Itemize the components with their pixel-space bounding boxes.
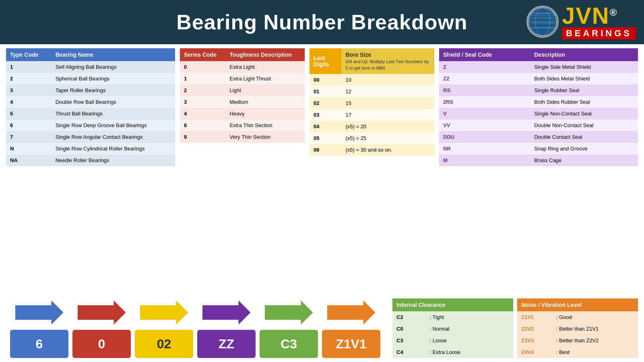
- series-code-table: Series Code Toughness Description 0Extra…: [180, 48, 305, 143]
- clearance-code-cell: C3: [392, 335, 425, 346]
- type-code-col-header: Type Code: [6, 48, 52, 61]
- table-row: DDUDouble Contact Seal: [439, 131, 638, 143]
- clearance-noise-row: Internal Clearance C2: TightC0: NormalC3…: [392, 298, 638, 358]
- table-row: NANeedle Roller Bearings: [6, 154, 175, 166]
- noise-vibration-section: Noise / Vibration Level Z1V1: GoodZ2V2: …: [517, 298, 638, 358]
- series-code-cell: 3: [180, 96, 226, 108]
- noise-code-cell: Z2V2: [517, 323, 552, 335]
- table-row: 05(x5) = 25: [310, 132, 434, 144]
- table-row: NRSnap Ring and Groove: [439, 143, 638, 154]
- table-row: Z4V4: Best: [517, 346, 638, 358]
- box-series-code-value: 0: [98, 337, 105, 352]
- shield-seal-section: Shield / Seal Code Description ZSingle S…: [439, 48, 638, 292]
- table-row: Z2V2: Better than Z1V1: [517, 323, 638, 335]
- noise-desc-cell: : Better than Z1V1: [552, 323, 638, 335]
- type-code-cell: 2: [6, 73, 52, 84]
- table-row: MBrass Cage: [439, 154, 638, 166]
- table-row: ZSingle Side Metal Shield: [439, 61, 638, 73]
- series-code-col-header: Series Code: [180, 48, 226, 61]
- table-row: 2RSBoth Sides Rubber Seal: [439, 96, 638, 108]
- toughness-cell: Extra Light Thrust: [226, 73, 305, 84]
- logo-jvn-text: JVN®: [562, 4, 618, 27]
- toughness-cell: Heavy: [226, 108, 305, 119]
- noise-vibration-header: Noise / Vibration Level: [517, 298, 638, 311]
- shield-code-cell: M: [439, 154, 530, 166]
- shield-code-cell: ZZ: [439, 73, 530, 84]
- arrows-boxes-area: 6 0 02 ZZ C3 Z1V1: [6, 298, 392, 358]
- header: Bearing Number Breakdown JVN® BEARINGS: [0, 0, 644, 44]
- main-content: Type Code Bearing Name 1Self Aligning Ba…: [0, 44, 644, 296]
- bottom-section: 6 0 02 ZZ C3 Z1V1: [0, 296, 644, 362]
- toughness-cell: Extra Light: [226, 61, 305, 73]
- arrows-row: [6, 298, 392, 327]
- table-row: C4: Extra Loose: [392, 346, 513, 358]
- table-row: ZZBoth Sides Metal Shield: [439, 73, 638, 84]
- right-bottom-tables: Internal Clearance C2: TightC0: NormalC3…: [392, 298, 638, 358]
- bearing-name-cell: Double Row Ball Bearings: [52, 96, 175, 108]
- type-code-cell: 5: [6, 108, 52, 119]
- internal-clearance-section: Internal Clearance C2: TightC0: NormalC3…: [392, 298, 513, 358]
- shield-desc-cell: Double Non-Contact Seal: [530, 119, 638, 131]
- table-row: 8Extra Thin Section: [180, 119, 305, 131]
- table-row: 0010: [310, 74, 434, 86]
- bearing-name-cell: Needle Roller Bearings: [52, 154, 175, 166]
- description-col-header: Description: [530, 48, 638, 61]
- clearance-code-cell: C2: [392, 311, 425, 323]
- last-digits-cell: 01: [310, 86, 341, 97]
- box-type-code-value: 6: [36, 337, 43, 352]
- last-digits-cell: 04: [310, 121, 341, 132]
- series-code-cell: 1: [180, 73, 226, 84]
- table-row: C3: Loose: [392, 335, 513, 346]
- toughness-cell: Medium: [226, 96, 305, 108]
- last-digits-cell: 02: [310, 97, 341, 109]
- table-row: 7Single Row Angular Contact Bearings: [6, 131, 175, 143]
- page-title: Bearing Number Breakdown: [176, 10, 467, 34]
- table-row: Z3V3: Better than Z2V2: [517, 335, 638, 346]
- last-digits-cell: 03: [310, 109, 341, 121]
- type-code-cell: NA: [6, 154, 52, 166]
- toughness-col-header: Toughness Description: [226, 48, 305, 61]
- shield-code-cell: VV: [439, 119, 530, 131]
- type-code-cell: 7: [6, 131, 52, 143]
- type-code-cell: 3: [6, 84, 52, 96]
- shield-desc-cell: Double Contact Seal: [530, 131, 638, 143]
- arrow-blue: [10, 298, 68, 327]
- box-noise: Z1V1: [322, 330, 380, 358]
- shield-code-cell: V: [439, 108, 530, 119]
- bore-size-cell: (x5) = 25: [341, 132, 434, 144]
- noise-desc-cell: : Better than Z2V2: [552, 335, 638, 346]
- shield-desc-cell: Brass Cage: [530, 154, 638, 166]
- toughness-cell: Very Thin Section: [226, 131, 305, 143]
- table-row: 4Double Row Ball Bearings: [6, 96, 175, 108]
- bore-size-cell: (x5) = 20: [341, 121, 434, 132]
- table-row: NSingle Row Cylindrical Roller Bearings: [6, 143, 175, 154]
- shield-code-cell: 2RS: [439, 96, 530, 108]
- bore-size-cell: 17: [341, 109, 434, 121]
- bearing-name-col-header: Bearing Name: [52, 48, 175, 61]
- bearing-name-cell: Single Row Cylindrical Roller Bearings: [52, 143, 175, 154]
- arrow-yellow: [135, 298, 193, 327]
- table-row: 1Extra Light Thrust: [180, 73, 305, 84]
- boxes-row: 6 0 02 ZZ C3 Z1V1: [6, 330, 392, 358]
- internal-clearance-table: Internal Clearance C2: TightC0: NormalC3…: [392, 298, 513, 358]
- toughness-cell: Light: [226, 84, 305, 96]
- bearing-name-cell: Spherical Ball Bearings: [52, 73, 175, 84]
- last-digits-col-header: Last Digits: [310, 48, 341, 74]
- table-row: 1Self Aligning Ball Bearings: [6, 61, 175, 73]
- arrow-purple: [197, 298, 256, 327]
- shield-desc-cell: Both Sides Rubber Seal: [530, 96, 638, 108]
- table-row: 3Taper Roller Bearings: [6, 84, 175, 96]
- table-row: VSingle Non-Contact Seal: [439, 108, 638, 119]
- clearance-desc-cell: : Extra Loose: [425, 346, 513, 358]
- logo-globe-icon: [526, 6, 559, 38]
- table-row: 2Spherical Ball Bearings: [6, 73, 175, 84]
- shield-code-cell: RS: [439, 84, 530, 96]
- noise-code-cell: Z1V1: [517, 311, 552, 323]
- type-code-cell: 4: [6, 96, 52, 108]
- table-row: C0: Normal: [392, 323, 513, 335]
- table-row: 9Very Thin Section: [180, 131, 305, 143]
- bearing-name-cell: Thrust Ball Bearings: [52, 108, 175, 119]
- table-row: VVDouble Non-Contact Seal: [439, 119, 638, 131]
- bearing-name-cell: Single Row Angular Contact Bearings: [52, 131, 175, 143]
- shield-desc-cell: Snap Ring and Groove: [530, 143, 638, 154]
